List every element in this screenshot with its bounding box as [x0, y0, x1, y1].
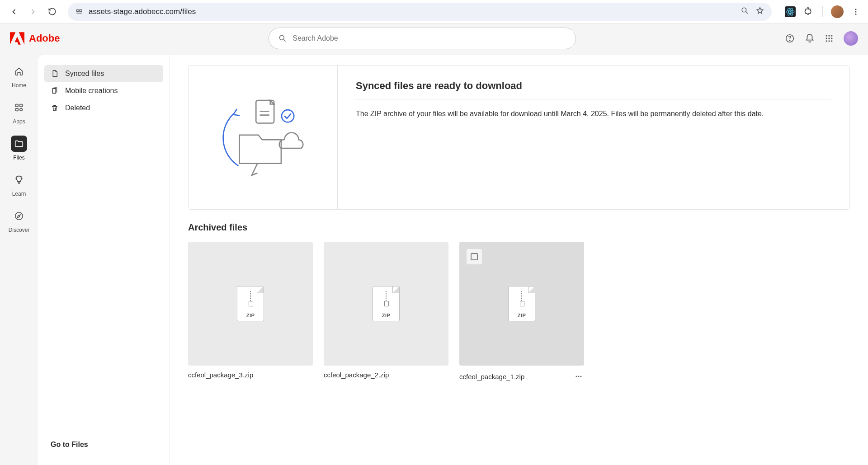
content-panel: Synced files Mobile creations Deleted Go… [38, 55, 868, 465]
go-to-files-link[interactable]: Go to Files [44, 434, 163, 455]
svg-rect-23 [16, 104, 19, 107]
svg-point-40 [580, 376, 582, 377]
sidenav-deleted-label: Deleted [65, 104, 90, 112]
file-card[interactable]: ZIP ccfeol_package_1.zip [459, 242, 584, 382]
file-card[interactable]: ZIP ccfeol_package_2.zip [324, 242, 448, 382]
zip-file-icon: ZIP [237, 286, 264, 321]
mobile-stack-icon [51, 87, 59, 95]
svg-rect-25 [16, 108, 19, 111]
svg-point-21 [828, 40, 830, 42]
user-avatar[interactable] [844, 31, 858, 46]
svg-point-9 [855, 11, 857, 12]
forward-button[interactable] [25, 4, 41, 19]
bookmark-star-icon[interactable] [755, 6, 764, 17]
svg-point-18 [828, 38, 830, 39]
chrome-profile-avatar[interactable] [831, 5, 844, 18]
rail-apps[interactable]: Apps [5, 99, 33, 125]
back-button[interactable] [6, 4, 22, 19]
chrome-menu-icon[interactable] [850, 6, 862, 18]
rail-apps-label: Apps [13, 118, 25, 125]
rail-learn[interactable]: Learn [5, 172, 33, 197]
search-input[interactable] [292, 34, 566, 42]
browser-toolbar: assets-stage.adobecc.com/files [0, 0, 868, 23]
sidenav-mobile-creations-label: Mobile creations [65, 87, 118, 95]
banner-body: The ZIP archive of your files will be av… [356, 108, 831, 120]
sidenav-deleted[interactable]: Deleted [44, 99, 163, 117]
svg-rect-24 [20, 104, 23, 107]
url-text: assets-stage.adobecc.com/files [89, 7, 735, 16]
adobe-logo-text: Adobe [29, 33, 60, 44]
file-thumbnail[interactable]: ZIP [324, 242, 448, 366]
svg-point-11 [280, 35, 284, 40]
svg-point-26 [20, 108, 23, 111]
banner-illustration [189, 66, 338, 209]
file-card[interactable]: ZIP ccfeol_package_3.zip [188, 242, 313, 382]
file-name: ccfeol_package_3.zip [188, 371, 253, 379]
search-icon [278, 34, 287, 43]
file-thumbnail[interactable]: ZIP [188, 242, 313, 366]
rail-files[interactable]: Files [5, 136, 33, 161]
sidenav-synced-files-label: Synced files [65, 70, 104, 78]
file-grid: ZIP ccfeol_package_3.zip ZIP ccfeol_pack… [188, 242, 850, 382]
sidenav-mobile-creations[interactable]: Mobile creations [44, 82, 163, 99]
file-name: ccfeol_package_1.zip [459, 373, 524, 380]
svg-point-2 [742, 8, 746, 12]
svg-point-13 [789, 40, 790, 41]
svg-point-10 [855, 13, 857, 14]
svg-point-31 [281, 110, 293, 122]
svg-point-22 [831, 40, 832, 42]
file-icon [51, 70, 59, 78]
section-title: Archived files [188, 222, 850, 233]
folder-icon [11, 136, 27, 152]
lightbulb-icon [11, 172, 27, 188]
adobe-logo[interactable]: Adobe [10, 32, 60, 45]
help-icon[interactable] [785, 33, 795, 43]
file-checkbox[interactable] [467, 249, 482, 264]
banner-divider [356, 99, 831, 99]
toolbar-divider [822, 6, 823, 17]
svg-point-16 [831, 35, 832, 37]
app-header: Adobe [0, 23, 868, 53]
svg-point-19 [831, 38, 832, 39]
main-content: Synced files are ready to download The Z… [170, 55, 868, 465]
svg-point-17 [826, 38, 827, 39]
svg-point-8 [855, 9, 857, 10]
apps-icon [11, 99, 27, 116]
rail-learn-label: Learn [12, 191, 26, 197]
svg-point-39 [578, 376, 580, 377]
svg-point-27 [15, 212, 23, 220]
compass-icon [11, 208, 27, 224]
info-banner: Synced files are ready to download The Z… [188, 65, 850, 210]
file-name: ccfeol_package_2.zip [324, 371, 389, 379]
zip-file-icon: ZIP [508, 286, 535, 321]
svg-rect-0 [76, 9, 79, 11]
rail-discover[interactable]: Discover [5, 208, 33, 233]
banner-title: Synced files are ready to download [356, 80, 831, 92]
site-info-icon[interactable] [75, 8, 83, 16]
rail-files-label: Files [13, 155, 24, 161]
side-nav: Synced files Mobile creations Deleted Go… [38, 55, 170, 465]
zip-file-icon: ZIP [373, 286, 400, 321]
svg-point-20 [826, 40, 827, 42]
notifications-icon[interactable] [805, 33, 815, 43]
svg-point-38 [576, 376, 577, 377]
reload-button[interactable] [44, 4, 60, 19]
home-icon [11, 63, 27, 80]
rail-home-label: Home [12, 82, 26, 89]
zoom-icon[interactable] [741, 6, 749, 17]
files-cloud-illustration-icon [216, 90, 311, 185]
svg-rect-1 [80, 9, 82, 11]
rail-home[interactable]: Home [5, 63, 33, 89]
file-more-icon[interactable] [573, 371, 584, 382]
apps-grid-icon[interactable] [825, 34, 834, 43]
react-devtools-icon[interactable] [784, 6, 796, 18]
address-bar[interactable]: assets-stage.adobecc.com/files [68, 3, 772, 21]
extensions-icon[interactable] [802, 6, 814, 18]
rail-discover-label: Discover [9, 227, 30, 233]
file-thumbnail[interactable]: ZIP [459, 242, 584, 366]
svg-point-15 [828, 35, 830, 37]
sidenav-synced-files[interactable]: Synced files [44, 65, 163, 82]
svg-point-7 [790, 11, 791, 12]
nav-rail: Home Apps Files Learn Discover [0, 53, 38, 465]
search-box[interactable] [269, 28, 576, 49]
